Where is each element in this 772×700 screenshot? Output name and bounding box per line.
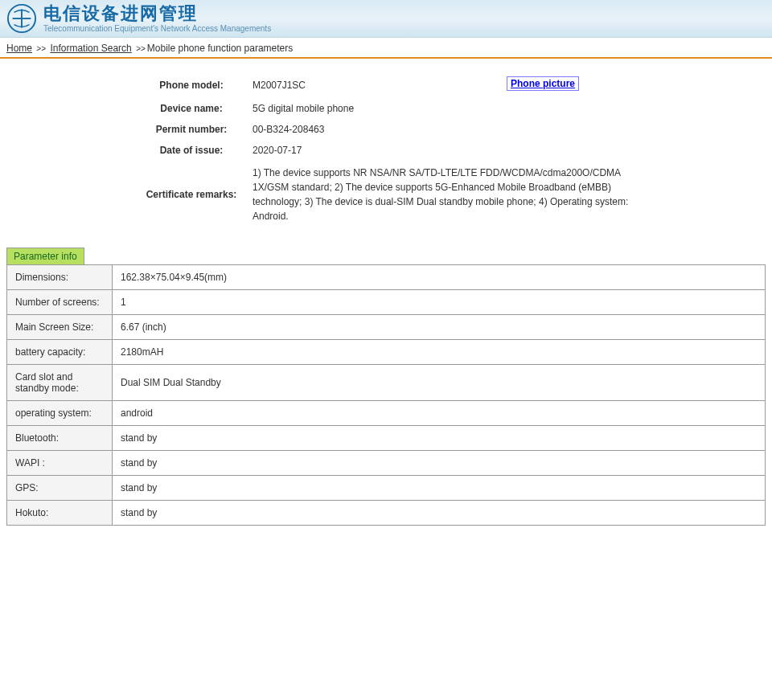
param-value: 1 [113,290,766,315]
param-value: stand by [113,476,766,501]
device-name-label: Device name: [137,98,246,119]
table-row: GPS:stand by [7,476,766,501]
param-label: battery capacity: [7,340,113,365]
device-name-value: 5G digital mobile phone [246,98,635,119]
phone-model-label: Phone model: [137,72,246,98]
param-label: Number of screens: [7,290,113,315]
param-label: GPS: [7,476,113,501]
permit-number-value: 00-B324-208463 [246,119,635,140]
breadcrumb: Home >> Information Search >>Mobile phon… [0,38,772,59]
param-label: Main Screen Size: [7,315,113,340]
param-value: 2180mAH [113,340,766,365]
parameter-table: Dimensions:162.38×75.04×9.45(mm)Number o… [6,264,766,526]
param-label: Hokuto: [7,501,113,526]
param-label: WAPI : [7,451,113,476]
permit-number-label: Permit number: [137,119,246,140]
param-label: Card slot and standby mode: [7,365,113,401]
parameter-info-header: Parameter info [6,248,84,264]
site-title-en: Telecommunication Equipment's Network Ac… [43,24,271,33]
table-row: Card slot and standby mode:Dual SIM Dual… [7,365,766,401]
param-label: Dimensions: [7,265,113,290]
param-value: Dual SIM Dual Standby [113,365,766,401]
table-row: Bluetooth:stand by [7,426,766,451]
param-label: Bluetooth: [7,426,113,451]
param-value: stand by [113,426,766,451]
breadcrumb-home-link[interactable]: Home [6,43,32,54]
date-of-issue-value: 2020-07-17 [246,140,635,161]
param-value: 162.38×75.04×9.45(mm) [113,265,766,290]
breadcrumb-separator: >> [35,44,47,53]
phone-model-value: M2007J1SC [246,72,500,98]
site-header: 电信设备进网管理 Telecommunication Equipment's N… [0,0,772,38]
phone-picture-link[interactable]: Phone picture [507,76,579,91]
date-of-issue-label: Date of issue: [137,140,246,161]
param-value: 6.67 (inch) [113,315,766,340]
table-row: battery capacity:2180mAH [7,340,766,365]
table-row: Number of screens:1 [7,290,766,315]
table-row: Hokuto:stand by [7,501,766,526]
table-row: WAPI :stand by [7,451,766,476]
table-row: operating system:android [7,401,766,426]
breadcrumb-current: Mobile phone function parameters [147,43,293,54]
breadcrumb-separator: >> [134,44,147,53]
breadcrumb-search-link[interactable]: Information Search [50,43,131,54]
param-value: stand by [113,501,766,526]
param-value: stand by [113,451,766,476]
table-row: Dimensions:162.38×75.04×9.45(mm) [7,265,766,290]
certificate-remarks-value: 1) The device supports NR NSA/NR SA/TD-L… [246,161,635,228]
device-details: Phone model: M2007J1SC Phone picture Dev… [137,72,635,228]
table-row: Main Screen Size:6.67 (inch) [7,315,766,340]
certificate-remarks-label: Certificate remarks: [137,161,246,228]
site-title-cn: 电信设备进网管理 [43,5,271,23]
param-label: operating system: [7,401,113,426]
param-value: android [113,401,766,426]
site-logo [6,3,37,34]
parameter-info-section: Parameter info Dimensions:162.38×75.04×9… [6,248,766,526]
